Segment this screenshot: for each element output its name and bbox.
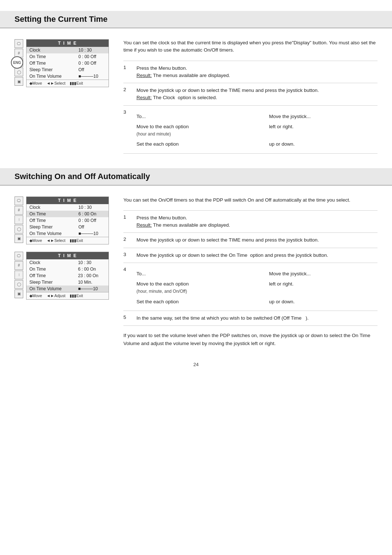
time-menu-title-2: T I M E (26, 197, 109, 204)
section1-left-panel: 🖵 # ⁝ ◯ ▣ T I M E Clock 10 : 30 (15, 39, 109, 154)
rect-icon-3: ▣ (15, 289, 23, 298)
table-row: Sleep Timer Off (26, 224, 109, 230)
row-value: 0 : 00 Off (75, 53, 109, 60)
to-label: To... (136, 112, 269, 122)
section1-menu-row: 🖵 # ⁝ ◯ ▣ T I M E Clock 10 : 30 (15, 39, 109, 91)
step-text-2: Move the joystick up or down to select t… (136, 88, 319, 93)
row-value: ■────10 (75, 73, 109, 80)
table-row: Clock 10 : 30 (26, 259, 109, 266)
footer-adjust-3: ◄►Adjust (46, 293, 65, 298)
step-num-3: 3 (123, 109, 131, 150)
time-menu-footer-3: ◆Move ◄►Adjust ▮▮▮Exit (26, 292, 109, 299)
s2-step-num-1: 1 (123, 214, 131, 229)
step-num-2: 2 (123, 87, 131, 102)
s2-step-text-1: Press the Menu button. (136, 215, 187, 220)
time-menu-table-1: Clock 10 : 30 On Time 0 : 00 Off Off Tim… (26, 47, 109, 80)
section2-footer-note: If you want to set the volume level when… (123, 332, 377, 347)
section2-content: 🖵 # ⁝ ◯ ▣ T I M E Clock 10 : 30 (0, 197, 392, 348)
section2-steps: 1 Press the Menu button. Result: The men… (123, 210, 377, 326)
footer-select: ◄►Select (46, 81, 65, 86)
section1-time-menu: T I M E Clock 10 : 30 On Time 0 : 00 Off… (26, 39, 109, 87)
joystick-label: Move the joystick... (269, 112, 377, 122)
row-value: 10 : 30 (75, 259, 109, 266)
page-number: 24 (0, 362, 392, 367)
step-content-2: Move the joystick up or down to select t… (136, 87, 377, 102)
time-menu-table-2: Clock 10 : 30 On Time 6 : 00 On Off Time… (26, 204, 109, 237)
row-value: 10 Min. (75, 279, 109, 285)
table-row: On Time 0 : 00 Off (26, 53, 109, 60)
section2-intro: You can set the On/Off timers so that th… (123, 197, 377, 204)
row-value: 10 : 30 (75, 204, 109, 211)
s2-step-text-5: In the same way, set the time at which y… (136, 315, 309, 321)
table-row: Set the each option up or down. (136, 297, 377, 307)
result-text-1: The menus available are displayed. (153, 73, 230, 78)
s2-step-text-2: Move the joystick up or down to select t… (136, 237, 319, 243)
action-1: Move to the each option (hour and minute… (136, 122, 269, 139)
tv-icon-3: 🖵 (15, 252, 23, 260)
section2: Switching On and Off Automatically 🖵 # ⁝… (0, 168, 392, 348)
page: ENG Setting the Current Time 🖵 # ⁝ ◯ ▣ T… (0, 0, 392, 555)
rect-icon-2: ▣ (15, 234, 23, 243)
section1-right-panel: You can set the clock so that the curren… (123, 39, 377, 154)
table-row: Sleep Timer 10 Min. (26, 279, 109, 285)
footer-move-2: ◆Move (29, 238, 42, 243)
row-value: 23 : 00 On (75, 272, 109, 279)
tv-icon: 🖵 (15, 39, 23, 48)
tv-icon-2: 🖵 (15, 197, 23, 205)
s2-step-num-3: 3 (123, 252, 131, 259)
row-value: 0 : 00 Off (75, 217, 109, 224)
row-label: Clock (26, 47, 75, 53)
step-3: 3 To... Move the joystick... Move to the… (123, 105, 377, 154)
action-3: Move to the each option (hour, minute, a… (136, 279, 269, 297)
circle-icon: ◯ (15, 68, 23, 76)
footer-select-2: ◄►Select (46, 238, 65, 243)
s2-step-3: 3 Move the joystick up or down to select… (123, 248, 377, 263)
bottom-panels: 🖵 # ⁝ ◯ ▣ T I M E Clock 10 : 30 (15, 197, 109, 303)
section1-title: Setting the Current Time (15, 15, 377, 24)
section2-menu-row-1: 🖵 # ⁝ ◯ ▣ T I M E Clock 10 : 30 (15, 197, 109, 248)
row-label: On Time Volume (26, 73, 75, 80)
table-row: Clock 10 : 30 (26, 47, 109, 53)
row-value: Off (75, 66, 109, 73)
sub-text-1: (hour and minute) (136, 131, 171, 137)
row-label: Sleep Timer (26, 279, 75, 285)
row-label: Clock (26, 204, 75, 211)
row-value: Off (75, 224, 109, 230)
table-row: Set the each option up or down. (136, 139, 377, 149)
section1-content: 🖵 # ⁝ ◯ ▣ T I M E Clock 10 : 30 (0, 39, 392, 154)
hash-icon-3: # (15, 261, 23, 270)
row-label: Sleep Timer (26, 224, 75, 230)
time-menu-footer-1: ◆Move ◄►Select ▮▮▮Exit (26, 80, 109, 87)
joystick-label-2: Move the joystick... (269, 269, 377, 279)
result-text-2: The Clock option is selected. (153, 95, 217, 100)
s2-step-num-5: 5 (123, 315, 131, 322)
section1-header: Setting the Current Time (0, 11, 392, 28)
result-label-2: Result: (136, 95, 152, 100)
row-label: Off Time (26, 60, 75, 66)
section2-title: Switching On and Off Automatically (15, 172, 377, 181)
table-row: On Time 6 : 00 On (26, 266, 109, 272)
row-value: ■────10 (75, 230, 109, 237)
s2-step-2: 2 Move the joystick up or down to select… (123, 232, 377, 247)
rect-icon: ▣ (15, 77, 23, 86)
s2-step-content-3: Move the joystick up or down to select t… (136, 252, 377, 259)
row-value: 6 : 00 On (75, 266, 109, 272)
section2-left-panel: 🖵 # ⁝ ◯ ▣ T I M E Clock 10 : 30 (15, 197, 109, 348)
time-menu-title-1: T I M E (26, 40, 109, 47)
step-content-3: To... Move the joystick... Move to the e… (136, 109, 377, 150)
table-row: Off Time 0 : 00 Off (26, 217, 109, 224)
result-label-1: Result: (136, 73, 152, 78)
grid-icon-3: ⁝ (15, 271, 23, 279)
result-1: left or right. (269, 122, 377, 139)
footer-move-3: ◆Move (29, 293, 42, 298)
result-2: up or down. (269, 139, 377, 149)
s2-step-content-1: Press the Menu button. Result: The menus… (136, 214, 377, 229)
row-label: Clock (26, 259, 75, 266)
section2-header: Switching On and Off Automatically (0, 168, 392, 186)
section1-intro: You can set the clock so that the curren… (123, 39, 377, 54)
s2-result-label-1: Result: (136, 222, 152, 228)
row-value: 6 : 00 On (75, 211, 109, 217)
table-row: Off Time 23 : 00 On (26, 272, 109, 279)
time-menu-title-3: T I M E (26, 252, 109, 259)
row-value: 0 : 00 Off (75, 60, 109, 66)
